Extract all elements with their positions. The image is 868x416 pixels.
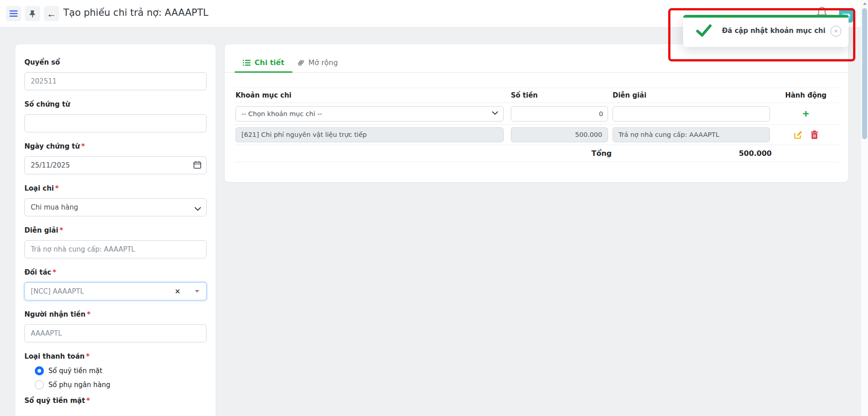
toast-message: Đã cập nhật khoản mục chi <box>722 27 826 35</box>
document-date-input[interactable] <box>24 156 207 174</box>
pin-button[interactable] <box>25 6 40 21</box>
required-asterisk: * <box>81 142 85 150</box>
table-header-row: Khoản mục chi Số tiền Diễn giải Hành độn… <box>235 88 839 103</box>
required-asterisk: * <box>60 226 63 234</box>
radio-label: Sổ phụ ngân hàng <box>48 381 110 389</box>
success-check-icon <box>696 24 712 39</box>
table-total-row: Tổng 500.000 <box>235 145 839 162</box>
dropdown-arrow-icon[interactable] <box>195 290 199 293</box>
document-number-input[interactable] <box>24 114 207 132</box>
required-asterisk: * <box>52 268 56 276</box>
pin-icon <box>29 10 36 18</box>
chevron-down-icon <box>492 111 498 115</box>
expense-items-table: Khoản mục chi Số tiền Diễn giải Hành độn… <box>235 88 839 162</box>
select-placeholder: -- Chọn khoản mục chi -- <box>241 110 322 117</box>
radio-label: Sổ quỹ tiền mặt <box>48 367 102 375</box>
total-label: Tổng <box>510 149 612 158</box>
toast-close-button[interactable]: × <box>830 26 841 37</box>
row-amount-value: 500.000 <box>511 127 608 142</box>
payee-input[interactable] <box>24 324 207 342</box>
trash-icon <box>811 131 818 139</box>
radio-bank-book[interactable]: Sổ phụ ngân hàng <box>35 380 207 389</box>
field-label: Người nhận tiền <box>24 310 85 318</box>
radio-selected-icon <box>35 366 44 375</box>
edit-row-button[interactable] <box>794 131 802 139</box>
menu-button[interactable] <box>6 6 21 21</box>
success-toast: Đã cập nhật khoản mục chi × <box>683 15 849 47</box>
radio-cash-book[interactable]: Sổ quỹ tiền mặt <box>35 366 207 375</box>
field-cash-book: Sổ quỹ tiền mặt* <box>24 397 207 405</box>
edit-icon <box>794 131 802 139</box>
col-header-action: Hành động <box>772 91 839 99</box>
field-payment-type: Loại thanh toán* Sổ quỹ tiền mặt Sổ phụ … <box>24 352 207 389</box>
tab-label: Mở rộng <box>308 58 338 67</box>
required-asterisk: * <box>86 352 90 360</box>
col-header-note: Diễn giải <box>612 91 772 99</box>
tab-bar: Chi tiết Mở rộng <box>225 44 848 73</box>
description-input[interactable] <box>24 240 207 258</box>
back-arrow-icon: ← <box>47 9 57 19</box>
required-asterisk: * <box>86 397 90 405</box>
list-icon <box>243 60 250 66</box>
table-row: [621] Chi phí nguyên vật liệu trực tiếp … <box>235 125 839 145</box>
row-note-value: Trả nợ nhà cung cấp: AAAAPTL <box>613 127 770 142</box>
field-label: Đối tác <box>24 268 51 276</box>
book-number-input[interactable] <box>24 72 207 90</box>
tab-label: Chi tiết <box>255 58 284 67</box>
field-book-number: Quyển sổ <box>24 58 207 90</box>
row-item-value: [621] Chi phí nguyên vật liệu trực tiếp <box>236 127 504 142</box>
required-asterisk: * <box>55 184 59 192</box>
field-label: Sổ quỹ tiền mặt <box>24 397 85 405</box>
field-document-number: Số chứng từ <box>24 100 207 132</box>
expense-item-select[interactable]: -- Chọn khoản mục chi -- <box>236 106 504 122</box>
required-asterisk: * <box>87 310 90 318</box>
field-description: Diễn giải* <box>24 226 207 258</box>
field-label: Loại thanh toán <box>24 352 85 360</box>
field-label: Diễn giải <box>24 226 58 234</box>
tab-mo-rong[interactable]: Mở rộng <box>297 52 338 73</box>
voucher-form-panel: Quyển sổ Số chứng từ Ngày chứng từ* <box>15 44 216 416</box>
table-input-row: -- Chọn khoản mục chi -- + <box>235 103 839 125</box>
close-icon: × <box>834 28 838 35</box>
field-label: Số chứng từ <box>24 100 207 108</box>
total-value: 500.000 <box>612 149 772 158</box>
hamburger-icon <box>9 10 18 17</box>
delete-row-button[interactable] <box>811 131 818 139</box>
col-header-item: Khoản mục chi <box>235 91 510 99</box>
field-label: Quyển sổ <box>24 58 207 66</box>
col-header-amount: Số tiền <box>510 91 612 99</box>
tab-chi-tiet[interactable]: Chi tiết <box>240 52 287 73</box>
field-expense-type: Loại chi* <box>24 184 207 216</box>
paperclip-icon <box>295 57 306 68</box>
scrollbar-thumb[interactable] <box>862 8 867 139</box>
field-partner: Đối tác* × <box>24 268 207 300</box>
field-payee: Người nhận tiền* <box>24 310 207 342</box>
page-title: Tạo phiếu chi trả nợ: AAAAPTL <box>63 7 208 18</box>
toast-accent-bar <box>683 15 849 18</box>
add-row-button[interactable]: + <box>802 108 809 119</box>
scrollbar-up-arrow[interactable] <box>863 2 867 5</box>
back-button[interactable]: ← <box>44 6 59 21</box>
amount-input[interactable] <box>511 106 608 122</box>
note-input[interactable] <box>613 106 770 122</box>
page-scrollbar[interactable] <box>861 0 868 416</box>
field-label: Ngày chứng từ <box>24 142 80 150</box>
clear-selection-icon[interactable]: × <box>175 287 180 296</box>
detail-panel: Chi tiết Mở rộng Khoản mục chi Số tiền D… <box>224 44 849 182</box>
field-label: Loại chi <box>24 184 54 192</box>
radio-unselected-icon <box>35 380 44 389</box>
expense-type-select[interactable] <box>24 198 207 216</box>
field-document-date: Ngày chứng từ* <box>24 142 207 174</box>
